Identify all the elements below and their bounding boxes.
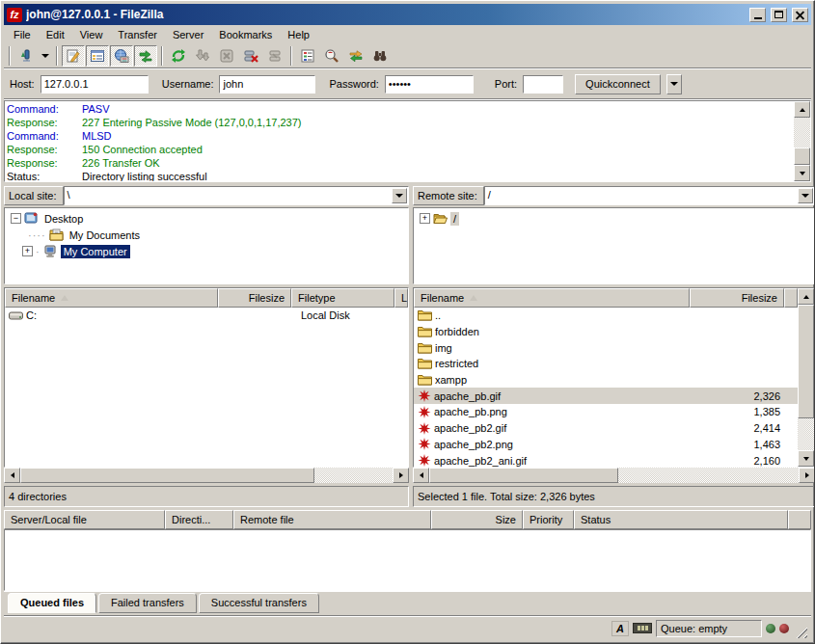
toggle-transfer-queue-button[interactable] xyxy=(134,45,157,67)
scrollbar-down-button[interactable] xyxy=(794,165,810,181)
column-header-status[interactable]: Status xyxy=(574,510,788,529)
toggle-local-tree-button[interactable] xyxy=(86,45,109,67)
find-files-button[interactable] xyxy=(368,45,392,67)
minimize-button[interactable] xyxy=(749,8,766,22)
column-header-filetype[interactable]: Filetype xyxy=(291,288,394,308)
port-input[interactable] xyxy=(523,75,563,94)
tree-item-root[interactable]: + / xyxy=(414,210,814,227)
transfer-type-icon[interactable]: A xyxy=(611,621,629,636)
host-input[interactable] xyxy=(41,75,149,94)
file-row[interactable]: forbidden xyxy=(414,324,798,340)
column-label: L xyxy=(401,292,407,304)
password-input[interactable] xyxy=(385,75,474,94)
process-queue-button[interactable] xyxy=(191,45,214,67)
chevron-down-icon xyxy=(801,194,809,198)
menu-server[interactable]: Server xyxy=(165,27,211,42)
tab-successful-transfers[interactable]: Successful transfers xyxy=(199,593,319,613)
local-site-value[interactable]: \ xyxy=(65,187,391,204)
remote-list-body[interactable]: .. forbidden img xyxy=(414,308,798,467)
log-vertical-scrollbar[interactable] xyxy=(794,101,810,181)
quickconnect-dropdown-button[interactable] xyxy=(666,74,682,94)
scrollbar-right-button[interactable] xyxy=(799,468,815,483)
queue-body[interactable] xyxy=(4,529,811,591)
encryption-indicator-icon[interactable] xyxy=(633,623,652,633)
close-button[interactable] xyxy=(792,8,808,22)
scrollbar-up-button[interactable] xyxy=(794,101,810,118)
menu-file[interactable]: File xyxy=(6,27,39,42)
cancel-button[interactable] xyxy=(215,45,238,67)
column-header-filesize[interactable]: Filesize xyxy=(690,288,784,308)
file-row[interactable]: xampp xyxy=(414,372,798,389)
tab-failed-transfers[interactable]: Failed transfers xyxy=(98,593,197,613)
remote-site-value[interactable]: / xyxy=(485,187,797,204)
message-log-text[interactable]: Command:PASV Response:227 Entering Passi… xyxy=(5,101,794,181)
tree-item-desktop[interactable]: − Desktop xyxy=(5,210,408,227)
local-list-body[interactable]: C: Local Disk xyxy=(5,308,408,467)
expand-icon[interactable]: + xyxy=(420,213,430,224)
expand-icon[interactable]: + xyxy=(22,246,33,256)
remote-vertical-scrollbar[interactable] xyxy=(798,288,814,467)
file-row[interactable]: apache_pb2.png 1,463 xyxy=(414,437,798,453)
column-header-size[interactable]: Size xyxy=(431,510,523,529)
directory-filters-button[interactable] xyxy=(296,45,319,67)
tree-item-my-computer[interactable]: + · My Computer xyxy=(5,243,408,259)
file-row[interactable]: .. xyxy=(414,308,798,324)
log-value: MLSD xyxy=(82,129,112,143)
directory-comparison-button[interactable] xyxy=(320,45,343,67)
column-header-remote-file[interactable]: Remote file xyxy=(233,510,431,529)
scrollbar-up-button[interactable] xyxy=(798,288,814,305)
scrollbar-thumb[interactable] xyxy=(794,148,810,165)
local-horizontal-scrollbar[interactable] xyxy=(4,468,409,483)
scrollbar-right-button[interactable] xyxy=(393,468,409,483)
toggle-remote-tree-button[interactable] xyxy=(110,45,133,67)
column-header-filename[interactable]: Filename xyxy=(5,288,218,308)
toggle-message-log-button[interactable] xyxy=(62,45,85,67)
menu-edit[interactable]: Edit xyxy=(39,27,72,42)
scrollbar-thumb[interactable] xyxy=(20,468,314,483)
scrollbar-down-button[interactable] xyxy=(798,450,814,467)
file-row-c-drive[interactable]: C: Local Disk xyxy=(5,308,408,324)
synchronized-browsing-button[interactable] xyxy=(344,45,367,67)
column-header-filesize[interactable]: Filesize xyxy=(218,288,291,308)
menu-view[interactable]: View xyxy=(72,27,111,42)
scrollbar-thumb[interactable] xyxy=(429,468,618,483)
arrow-left-icon xyxy=(420,472,423,478)
collapse-icon[interactable]: − xyxy=(11,213,21,224)
message-log: Command:PASV Response:227 Entering Passi… xyxy=(4,100,811,182)
reconnect-button[interactable] xyxy=(263,45,286,67)
file-row[interactable]: apache_pb2.gif 2,414 xyxy=(414,420,798,437)
file-row[interactable]: apache_pb.png 1,385 xyxy=(414,404,798,420)
file-row-selected[interactable]: apache_pb.gif 2,326 xyxy=(414,388,798,404)
remote-site-combo[interactable]: / xyxy=(484,186,815,205)
scrollbar-thumb[interactable] xyxy=(798,305,814,418)
column-header-direction[interactable]: Directi... xyxy=(165,510,233,529)
username-input[interactable] xyxy=(219,75,315,94)
disconnect-button[interactable] xyxy=(239,45,262,67)
quickconnect-button[interactable]: Quickconnect xyxy=(575,74,661,94)
scrollbar-left-button[interactable] xyxy=(413,468,429,483)
menu-transfer[interactable]: Transfer xyxy=(110,27,165,42)
site-manager-dropdown-button[interactable] xyxy=(39,45,52,67)
refresh-button[interactable] xyxy=(167,45,190,67)
resize-grip[interactable] xyxy=(793,624,807,638)
tab-queued-files[interactable]: Queued files xyxy=(8,593,96,613)
tree-item-my-documents[interactable]: ···· My Documents xyxy=(5,227,408,243)
column-header-server-local-file[interactable]: Server/Local file xyxy=(4,510,165,529)
local-site-dropdown-button[interactable] xyxy=(392,188,407,203)
file-row[interactable]: apache_pb2_ani.gif 2,160 xyxy=(414,452,798,467)
scrollbar-left-button[interactable] xyxy=(4,468,20,483)
remote-horizontal-scrollbar[interactable] xyxy=(413,468,815,483)
image-file-icon xyxy=(418,454,431,467)
column-header-priority[interactable]: Priority xyxy=(523,510,574,529)
maximize-button[interactable] xyxy=(771,8,787,22)
file-row[interactable]: img xyxy=(414,339,798,356)
site-manager-button[interactable] xyxy=(14,45,38,67)
column-header-last-modified[interactable]: L xyxy=(394,288,408,308)
file-row[interactable]: restricted xyxy=(414,356,798,372)
username-label: Username: xyxy=(162,78,214,90)
local-site-combo[interactable]: \ xyxy=(64,186,409,205)
remote-site-dropdown-button[interactable] xyxy=(798,188,813,203)
menu-help[interactable]: Help xyxy=(280,27,317,42)
column-header-filename[interactable]: Filename xyxy=(414,288,690,308)
menu-bookmarks[interactable]: Bookmarks xyxy=(211,27,280,42)
